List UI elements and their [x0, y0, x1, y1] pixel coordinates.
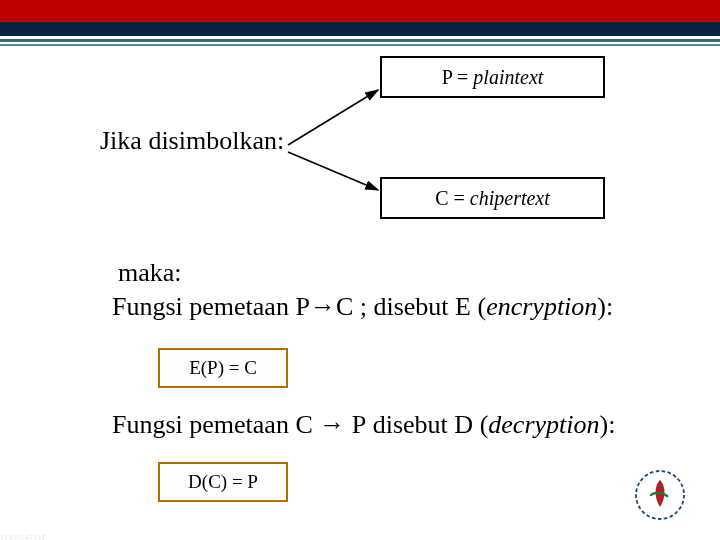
- diagram-arrows: [0, 0, 720, 540]
- encryption-formula-box: E(P) = C: [158, 348, 288, 388]
- header-line-1: [0, 39, 720, 42]
- sym-c: C: [435, 187, 448, 209]
- svg-line-1: [288, 152, 378, 190]
- header-bar-red: [0, 0, 720, 22]
- decryption-formula-box: D(C) = P: [158, 462, 288, 502]
- ciphertext-box: C = chipertext: [380, 177, 605, 219]
- header-bar-dark: [0, 22, 720, 36]
- plaintext-box: P = plaintext: [380, 56, 605, 98]
- decryption-formula: D(C) = P: [188, 471, 258, 493]
- plaintext-label: P = plaintext: [442, 66, 544, 89]
- encryption-formula: E(P) = C: [189, 357, 257, 379]
- text-jika: Jika disimbolkan:: [100, 126, 284, 156]
- svg-line-0: [288, 90, 378, 145]
- university-logo-icon: [630, 465, 690, 525]
- ciphertext-label: C = chipertext: [435, 187, 550, 210]
- header-line-2: [0, 44, 720, 46]
- sym-p: P: [442, 66, 452, 88]
- encryption-line: Fungsi pemetaan P→C ; disebut E (encrypt…: [112, 292, 613, 322]
- text-maka: maka:: [118, 258, 182, 288]
- watermark-text: present: [0, 530, 46, 540]
- decryption-line: Fungsi pemetaan C → P disebut D (decrypt…: [112, 410, 615, 440]
